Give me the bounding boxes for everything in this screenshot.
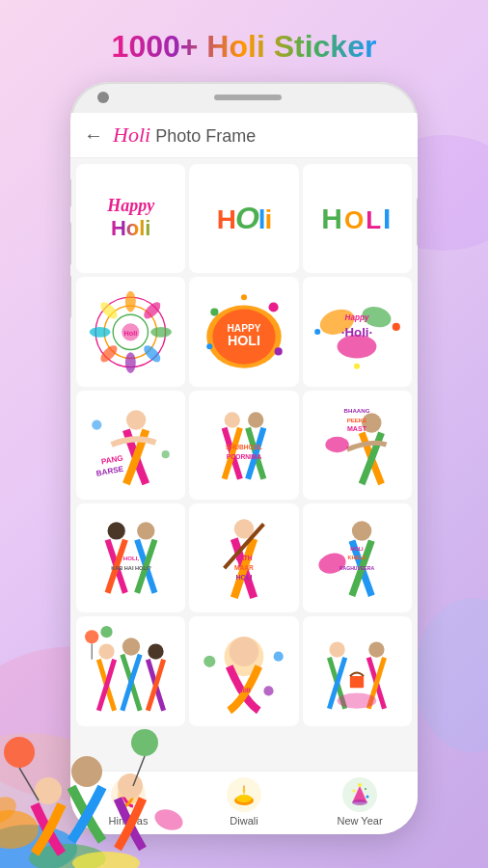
svg-text:·Holi·: ·Holi· <box>341 325 372 339</box>
svg-point-23 <box>206 343 212 349</box>
svg-point-12 <box>125 352 136 373</box>
svg-point-24 <box>275 347 283 355</box>
sticker-holi-kab-hai[interactable]: HOLI, KAB HAI HOLI? <box>76 503 185 612</box>
phone-frame: ← Holi Photo Frame Happy Holi HOli HOLI <box>70 82 418 834</box>
svg-text:KAB HAI HOLI?: KAB HAI HOLI? <box>111 565 151 571</box>
svg-point-21 <box>210 309 218 316</box>
svg-text:Holi: Holi <box>237 687 250 694</box>
svg-text:POORNIMA: POORNIMA <box>227 454 262 461</box>
sticker-holi-girl[interactable]: Holi <box>189 616 298 725</box>
svg-point-90 <box>29 844 106 868</box>
svg-text:HOLI,: HOLI, <box>123 555 140 561</box>
nav-label-new-year: New Year <box>337 815 382 827</box>
sticker-kids-playing[interactable] <box>303 616 412 725</box>
sticker-holi-khele-raghuveera[interactable]: HOLI KHELE RAGHUVEERA <box>303 503 412 612</box>
nav-item-diwali[interactable]: Diwali <box>186 777 302 827</box>
svg-point-95 <box>4 737 35 768</box>
sticker-shubhool-poornima[interactable]: SHUBHOOL POORNIMA <box>189 391 298 500</box>
svg-point-14 <box>90 327 111 338</box>
sticker-grid: Happy Holi HOli HOLI <box>76 164 412 726</box>
svg-point-44 <box>326 437 349 452</box>
svg-point-74 <box>330 641 345 657</box>
svg-point-72 <box>274 652 284 662</box>
sticker-holi-colorful[interactable]: HOli <box>189 164 298 273</box>
sticker-celebration[interactable] <box>76 616 185 725</box>
svg-point-34 <box>126 411 146 430</box>
svg-point-75 <box>369 641 385 657</box>
svg-line-96 <box>19 768 39 800</box>
svg-point-25 <box>241 294 247 300</box>
svg-point-65 <box>85 630 98 643</box>
svg-point-49 <box>137 522 154 539</box>
svg-text:Happy: Happy <box>345 313 369 322</box>
svg-point-88 <box>366 796 369 799</box>
svg-point-10 <box>151 327 173 338</box>
svg-point-63 <box>122 637 139 655</box>
svg-point-87 <box>365 788 366 790</box>
svg-point-32 <box>393 323 400 331</box>
svg-point-8 <box>125 290 136 312</box>
svg-point-31 <box>314 329 320 335</box>
svg-text:MAST: MAST <box>347 425 367 433</box>
speaker <box>214 95 282 100</box>
svg-point-64 <box>148 643 163 659</box>
svg-text:SHUBHOOL: SHUBHOOL <box>226 444 262 450</box>
svg-text:BHAANG: BHAANG <box>344 408 370 415</box>
nav-label-hinteras: Hinteras <box>109 815 149 827</box>
svg-point-84 <box>352 800 367 805</box>
bottom-nav: Hinteras Diwali <box>70 771 418 834</box>
svg-point-69 <box>230 637 259 666</box>
svg-point-58 <box>316 550 348 576</box>
sticker-grid-container: Happy Holi HOli HOLI <box>70 158 418 771</box>
nav-item-new-year[interactable]: New Year <box>302 777 418 827</box>
sticker-holi-bold[interactable]: HOLI <box>303 164 412 273</box>
sticker-mandala[interactable]: Holi <box>76 277 185 386</box>
sticker-happy-holi[interactable]: Happy Holi <box>76 164 185 273</box>
sticker-pang-barse[interactable]: PANG BARSE <box>76 391 185 500</box>
svg-point-99 <box>0 792 21 829</box>
svg-text:MAAR: MAAR <box>234 564 254 571</box>
svg-text:LATH: LATH <box>235 555 252 561</box>
svg-point-66 <box>100 626 112 637</box>
svg-point-48 <box>107 522 124 539</box>
svg-text:HOLI: HOLI <box>235 574 252 582</box>
svg-point-77 <box>338 692 377 708</box>
svg-text:HOLI: HOLI <box>228 333 260 348</box>
app-title-holi: Holi <box>113 122 150 147</box>
svg-point-81 <box>236 795 252 802</box>
svg-point-33 <box>354 364 360 369</box>
svg-text:RAGHUVEERA: RAGHUVEERA <box>339 565 375 571</box>
svg-point-92 <box>35 777 62 804</box>
sticker-bhaang-peeke-mast[interactable]: BHAANG PEEKE MAST <box>303 391 412 500</box>
svg-text:HOLI: HOLI <box>351 546 365 552</box>
sticker-lath-maar-holi[interactable]: LATH MAAR HOLI <box>189 503 298 612</box>
svg-text:Holi: Holi <box>124 329 138 338</box>
svg-text:KHELE: KHELE <box>348 555 366 560</box>
app-header: ← Holi Photo Frame <box>70 113 418 158</box>
nav-label-diwali: Diwali <box>230 815 258 827</box>
svg-point-85 <box>358 783 362 787</box>
svg-point-73 <box>263 686 273 695</box>
svg-text:PEEKE: PEEKE <box>347 417 367 423</box>
sticker-happy-holi-splash[interactable]: HAPPY HOLI <box>189 277 298 386</box>
svg-point-86 <box>353 790 356 793</box>
svg-rect-76 <box>350 676 364 688</box>
svg-point-91 <box>0 810 39 849</box>
svg-point-62 <box>98 643 114 659</box>
nav-item-hinteras[interactable]: Hinteras <box>70 777 186 827</box>
svg-point-22 <box>268 302 278 312</box>
camera-dot <box>97 92 109 103</box>
svg-point-57 <box>352 521 371 540</box>
sticker-happy-holi-colorful[interactable]: Happy ·Holi· <box>303 277 412 386</box>
app-title-rest: Photo Frame <box>150 126 256 146</box>
page-title: 1000+ Holi Sticker <box>112 29 377 65</box>
back-button[interactable]: ← <box>84 124 103 147</box>
svg-point-40 <box>248 413 263 428</box>
svg-point-39 <box>225 413 240 428</box>
svg-text:BARSE: BARSE <box>95 465 124 478</box>
svg-point-37 <box>92 420 101 430</box>
svg-point-3 <box>415 598 488 752</box>
svg-point-71 <box>203 656 215 667</box>
svg-point-79 <box>123 787 133 797</box>
svg-point-38 <box>161 450 169 458</box>
